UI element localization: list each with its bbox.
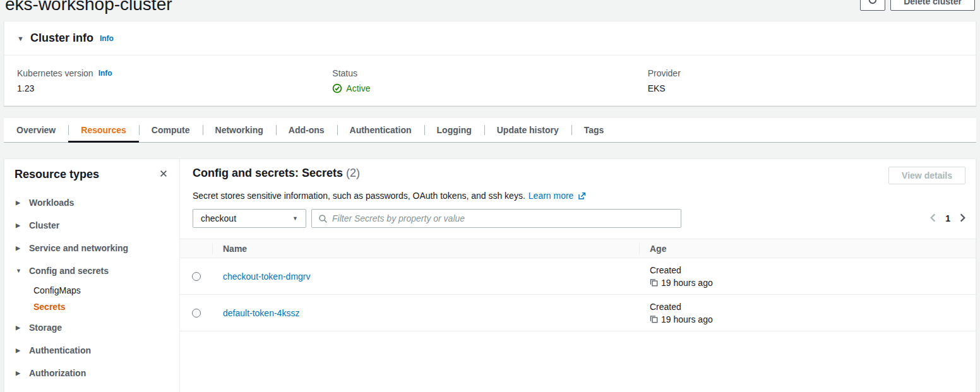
resource-group-cluster[interactable]: ▶ Cluster [15, 214, 169, 237]
status-value: Active [346, 83, 370, 93]
refresh-button[interactable] [860, 0, 885, 11]
resource-group-label: Cluster [29, 220, 59, 230]
age-value: 19 hours ago [661, 278, 713, 288]
kubernetes-version-value: 1.23 [17, 83, 332, 93]
page-title: eks-workshop-cluster [5, 0, 172, 15]
expand-caret-icon: ▶ [16, 245, 22, 251]
secret-name-link[interactable]: default-token-4kssz [223, 308, 299, 318]
config-secrets-children: ConfigMaps Secrets [15, 282, 169, 316]
secrets-title: Config and secrets: Secrets [193, 167, 343, 179]
resource-types-list: ▶ Workloads ▶ Cluster ▶ Service and netw… [15, 191, 169, 384]
resource-group-label: Authentication [29, 345, 91, 355]
provider-value: EKS [648, 83, 963, 93]
collapse-caret-icon: ▼ [16, 268, 22, 274]
resource-item-secrets[interactable]: Secrets [33, 299, 169, 315]
header-actions: Delete cluster [860, 0, 975, 11]
cluster-info-header[interactable]: ▼ Cluster info Info [4, 21, 976, 56]
cluster-info-body: Kubernetes version Info 1.23 Status Acti… [4, 56, 976, 105]
copy-icon[interactable] [650, 278, 658, 287]
resource-group-label: Storage [29, 323, 62, 333]
resource-types-title: Resource types [15, 168, 99, 181]
table-header-row: Name Age [180, 239, 976, 258]
resource-group-label: Config and secrets [29, 266, 109, 276]
resource-group-label: Workloads [29, 198, 74, 208]
tab-add-ons[interactable]: Add-ons [276, 118, 337, 142]
filter-row: checkout ▼ 1 [180, 209, 976, 228]
resource-item-configmaps[interactable]: ConfigMaps [33, 282, 169, 299]
tab-update-history[interactable]: Update history [484, 118, 571, 142]
row-radio-button[interactable] [192, 309, 201, 318]
expand-caret-icon: ▶ [16, 347, 22, 353]
expand-caret-icon: ▶ [16, 370, 22, 376]
secrets-panel: Config and secrets: Secrets (2) View det… [180, 159, 976, 392]
eks-cluster-page: eks-workshop-cluster Delete cluster ▼ Cl… [0, 0, 980, 392]
created-label: Created [650, 302, 965, 312]
view-details-button[interactable]: View details [888, 167, 965, 184]
secrets-search-box [311, 209, 681, 228]
delete-cluster-button[interactable]: Delete cluster [890, 0, 975, 11]
tab-networking[interactable]: Networking [203, 118, 276, 142]
status-active-icon [332, 83, 342, 93]
resource-group-authorization[interactable]: ▶ Authorization [15, 362, 169, 384]
resource-group-service-networking[interactable]: ▶ Service and networking [15, 237, 169, 259]
resource-types-panel: Resource types ▶ Workloads ▶ Cluster ▶ [4, 159, 180, 392]
cluster-info-title: Cluster info [30, 32, 93, 45]
close-panel-button[interactable] [158, 168, 169, 181]
cluster-tabs: Overview Resources Compute Networking Ad… [4, 118, 976, 143]
secrets-filter-dropdown[interactable]: checkout ▼ [193, 209, 306, 228]
secrets-table: Name Age checkout-token-dmgrv Created [180, 239, 976, 331]
secret-name-link[interactable]: checkout-token-dmgrv [223, 271, 311, 282]
resource-group-config-secrets[interactable]: ▼ Config and secrets [15, 259, 169, 282]
cluster-info-info-link[interactable]: Info [100, 34, 114, 43]
resource-group-label: Service and networking [29, 243, 128, 253]
collapse-caret-icon[interactable]: ▼ [17, 35, 24, 42]
resource-group-authentication[interactable]: ▶ Authentication [15, 339, 169, 362]
row-radio-button[interactable] [192, 272, 201, 281]
status-field: Status Active [332, 68, 647, 93]
chevron-down-icon: ▼ [292, 215, 298, 222]
table-row: checkout-token-dmgrv Created 19 hours ag… [180, 258, 976, 295]
expand-caret-icon: ▶ [16, 324, 22, 331]
next-page-button[interactable] [960, 213, 965, 224]
chevron-right-icon [960, 213, 965, 224]
page-number[interactable]: 1 [945, 213, 950, 223]
pagination: 1 [930, 213, 965, 224]
previous-page-button[interactable] [930, 213, 936, 224]
expand-caret-icon: ▶ [16, 199, 22, 206]
page-header: eks-workshop-cluster Delete cluster [4, 0, 976, 16]
resources-content-card: Resource types ▶ Workloads ▶ Cluster ▶ [4, 158, 976, 392]
copy-icon[interactable] [650, 315, 658, 323]
close-icon [159, 169, 168, 180]
tab-overview[interactable]: Overview [4, 118, 68, 142]
created-label: Created [650, 265, 965, 275]
secrets-search-input[interactable] [332, 213, 674, 223]
tab-logging[interactable]: Logging [424, 118, 484, 142]
cluster-info-card: ▼ Cluster info Info Kubernetes version I… [4, 21, 976, 106]
provider-field: Provider EKS [648, 68, 963, 93]
kubernetes-version-info-link[interactable]: Info [99, 69, 112, 78]
kubernetes-version-field: Kubernetes version Info 1.23 [17, 68, 332, 93]
tab-compute[interactable]: Compute [139, 118, 203, 142]
learn-more-link[interactable]: Learn more [529, 191, 574, 201]
expand-caret-icon: ▶ [16, 222, 22, 229]
age-column-header: Age [640, 239, 976, 258]
selection-column-header [180, 239, 213, 258]
tab-authentication[interactable]: Authentication [337, 118, 424, 142]
resource-group-workloads[interactable]: ▶ Workloads [15, 191, 169, 214]
tab-tags[interactable]: Tags [571, 118, 617, 142]
search-icon [318, 214, 328, 223]
chevron-left-icon [930, 213, 936, 224]
external-link-icon [578, 192, 586, 200]
resource-group-storage[interactable]: ▶ Storage [15, 316, 169, 339]
refresh-icon [868, 0, 878, 8]
status-label: Status [332, 68, 357, 78]
secrets-count: (2) [346, 167, 360, 179]
dropdown-selected-value: checkout [201, 213, 236, 223]
resource-group-label: Authorization [29, 368, 86, 378]
name-column-header: Name [213, 239, 640, 258]
age-value: 19 hours ago [661, 314, 713, 324]
tab-resources[interactable]: Resources [68, 118, 139, 142]
provider-label: Provider [648, 68, 681, 78]
kubernetes-version-label: Kubernetes version [17, 68, 93, 78]
secrets-description-row: Secret stores sensitive information, suc… [180, 191, 976, 201]
